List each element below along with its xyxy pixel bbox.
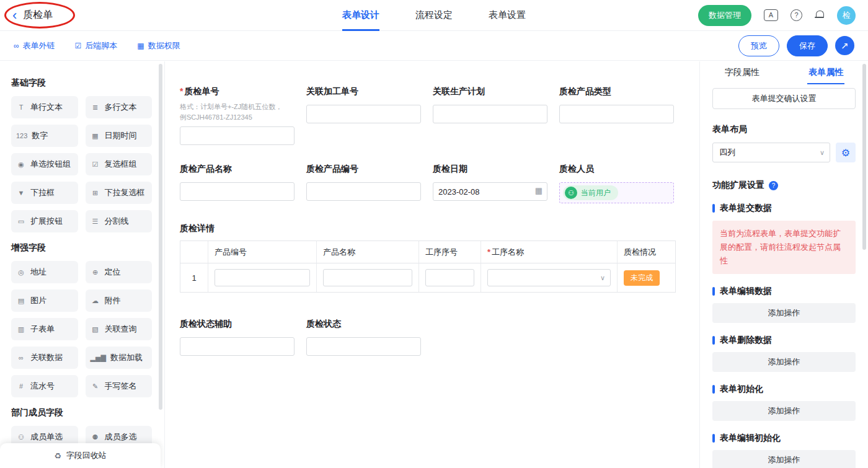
field-inspector[interactable]: 质检人员 ⚇ 当前用户 [559,164,674,203]
inspection-no-input[interactable] [180,126,294,145]
field-product-type[interactable]: 质检产品类型 [559,86,674,123]
add-action-edit-init[interactable]: 添加操作 [712,450,856,468]
notification-bell-icon[interactable] [815,11,825,20]
field-divider[interactable]: ☰分割线 [86,210,153,232]
field-attachment[interactable]: ☁附件 [86,289,153,312]
submit-confirm-settings-button[interactable]: 表单提交确认设置 [712,88,856,109]
field-data-load[interactable]: ▂▅▇数据加载 [86,347,153,369]
field-multi-line-text[interactable]: ≣多行文本 [86,96,153,118]
production-plan-input[interactable] [433,105,547,123]
subform-product-no-input[interactable] [215,269,310,286]
layout-settings-button[interactable]: ⚙ [836,143,856,162]
inspection-date-input[interactable] [433,182,547,201]
save-button[interactable]: 保存 [787,35,828,56]
form-layout-label: 表单布局 [712,124,856,135]
subform-step-name-select[interactable] [487,269,611,286]
panel-body: 表单提交确认设置 表单布局 四列 ⚙ 功能扩展设置 ? 表单提交数据 当前为流程… [700,88,868,468]
backend-script-link[interactable]: ☑ 后端脚本 [75,40,118,51]
subform-col-product-no: 产品编号 [208,241,317,263]
product-name-input[interactable] [180,182,294,201]
data-permission-link[interactable]: ▦ 数据权限 [137,40,180,51]
add-action-form-init[interactable]: 添加操作 [712,401,856,421]
member-single-icon: ⚇ [16,433,26,441]
user-icon: ⚇ [565,187,577,199]
share-button[interactable]: ↗ [835,36,854,55]
field-serial-number[interactable]: #流水号 [11,375,78,397]
field-subform[interactable]: ▥子表单 [11,318,78,340]
field-signature[interactable]: ✎手写签名 [86,375,153,397]
field-palette-sidebar: 基础字段 T单行文本 ≣多行文本 123数字 ▦日期时间 ◉单选按钮组 ☑复选框… [0,61,165,468]
section-submit-data: 表单提交数据 [712,203,856,214]
inspection-status-input[interactable] [306,337,421,356]
properties-panel: 字段属性 表单属性 表单提交确认设置 表单布局 四列 ⚙ 功能扩展设置 ? 表单… [699,61,868,468]
section-edit-init: 表单编辑初始化 [712,433,856,444]
form-layout-row: 四列 ⚙ [712,143,856,162]
field-inspection-status[interactable]: 质检状态 [306,319,421,356]
datetime-icon: ▦ [91,132,100,140]
field-process-order-no[interactable]: 关联加工单号 [306,86,421,123]
field-inspection-no[interactable]: 质检单号 格式：计划单号+-ZJ随机五位数， 例SCJH46781-ZJ1234… [180,86,294,145]
field-image[interactable]: ▤图片 [11,289,78,312]
panel-scrollbar[interactable] [862,64,866,250]
product-type-input[interactable] [559,105,674,123]
field-extend-button[interactable]: ▭扩展按钮 [11,210,78,232]
signature-icon: ✎ [91,382,100,391]
subform-col-product-name: 产品名称 [317,241,419,263]
status-helper-input[interactable] [180,337,294,356]
preview-button[interactable]: 预览 [738,35,779,56]
number-icon: 123 [16,132,27,139]
inspector-value-box[interactable]: ⚇ 当前用户 [559,182,674,203]
tab-form-properties[interactable]: 表单属性 [784,61,868,85]
language-icon[interactable]: A [764,9,778,21]
help-icon[interactable]: ? [790,9,802,21]
field-production-plan[interactable]: 关联生产计划 [433,86,547,123]
toolbar-actions: 预览 保存 ↗ [738,35,854,56]
subform-col-status: 质检情况 [618,241,676,263]
avatar[interactable]: 检 [837,6,856,25]
permission-icon: ▦ [137,42,144,50]
field-inspection-date[interactable]: 质检日期 ▦ [433,164,547,201]
status-badge: 未完成 [624,270,660,286]
field-linked-query[interactable]: ▧关联查询 [86,318,153,340]
product-no-input[interactable] [306,182,421,201]
required-mark [487,247,492,257]
form-external-link[interactable]: ∞ 表单外链 [14,40,55,51]
field-address[interactable]: ◎地址 [11,261,78,283]
field-status-helper[interactable]: 质检状态辅助 [180,319,294,356]
extension-settings-header: 功能扩展设置 ? [712,180,856,191]
tab-field-properties[interactable]: 字段属性 [700,61,784,85]
field-linked-data[interactable]: ∞关联数据 [11,347,78,369]
field-product-no[interactable]: 质检产品编号 [306,164,421,201]
field-multi-select[interactable]: ⊞下拉复选框 [86,182,153,204]
tab-form-design[interactable]: 表单设计 [342,0,379,31]
field-number[interactable]: 123数字 [11,125,78,147]
tab-form-setting[interactable]: 表单设置 [489,0,526,31]
field-single-line-text[interactable]: T单行文本 [11,96,78,118]
field-product-name[interactable]: 质检产品名称 [180,164,294,201]
layout-select[interactable]: 四列 [712,143,830,162]
data-manage-button[interactable]: 数据管理 [698,5,751,26]
share-icon: ↗ [841,40,849,51]
process-order-no-input[interactable] [306,105,421,123]
tab-flow-setting[interactable]: 流程设定 [415,0,453,31]
subform-step-no-input[interactable] [425,269,474,286]
field-recycle-bin[interactable]: ♻ 字段回收站 [0,443,161,468]
field-datetime[interactable]: ▦日期时间 [86,125,153,147]
multi-line-text-icon: ≣ [91,104,100,112]
field-radio-group[interactable]: ◉单选按钮组 [11,153,78,175]
divider-icon: ☰ [91,218,100,226]
add-action-edit-data[interactable]: 添加操作 [712,303,856,323]
field-select[interactable]: ▼下拉框 [11,182,78,204]
field-location[interactable]: ⊕定位 [86,261,153,283]
extension-help-icon[interactable]: ? [769,181,778,190]
subform-icon: ▥ [16,325,26,333]
select-icon: ▼ [16,189,26,196]
add-action-delete-data[interactable]: 添加操作 [712,352,856,372]
location-icon: ⊕ [91,268,100,276]
header-actions: 数据管理 A ? 检 [698,5,856,26]
sidebar-scrollbar[interactable] [159,64,162,410]
field-checkbox-group[interactable]: ☑复选框组 [86,153,153,175]
back-icon[interactable]: ‹ [12,9,17,22]
row-index: 1 [180,263,208,292]
subform-product-name-input[interactable] [323,269,412,286]
